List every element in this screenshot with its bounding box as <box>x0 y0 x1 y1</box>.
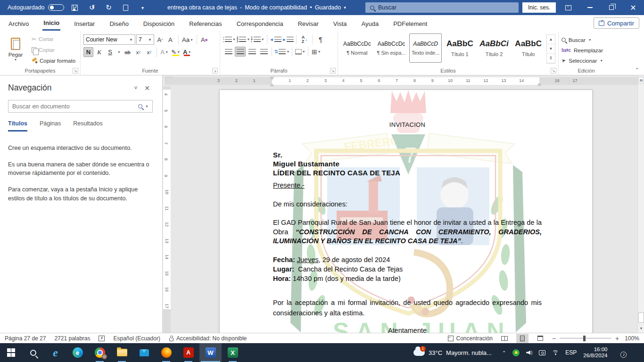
highlight-button[interactable]: ✎▼ <box>170 47 181 57</box>
align-center-button[interactable] <box>235 47 246 57</box>
taskbar-search-button[interactable] <box>22 343 44 362</box>
chevron-down-icon[interactable]: ▾ <box>344 5 346 10</box>
scroll-down-button[interactable]: ▼ <box>638 325 644 332</box>
nav-tab-resultados[interactable]: Resultados <box>73 120 103 132</box>
saved-state-label[interactable]: Guardado <box>315 4 341 11</box>
web-layout-button[interactable] <box>534 334 546 343</box>
cut-button[interactable]: ✂Cortar <box>30 34 77 44</box>
styles-scroll-up-button[interactable]: ▲ <box>547 35 555 44</box>
chevron-down-icon[interactable]: ▼ <box>145 105 149 108</box>
tab-ayuda[interactable]: Ayuda <box>360 16 380 30</box>
shading-button[interactable]: ▼ <box>295 47 305 57</box>
italic-button[interactable]: K <box>94 47 104 57</box>
zoom-out-button[interactable]: − <box>552 335 556 342</box>
justify-button[interactable] <box>258 47 269 57</box>
line-spacing-button[interactable]: ⇅▼ <box>274 47 289 57</box>
tab-vista[interactable]: Vista <box>332 16 348 30</box>
doc-event-details[interactable]: Fecha: Jueves, 29 de agosto del 2024 Lug… <box>273 255 542 283</box>
format-painter-button[interactable]: Copiar formato <box>30 56 77 66</box>
accessibility-status[interactable]: Accesibilidad: No disponible <box>169 335 247 342</box>
sort-button[interactable]: AZ↓ <box>299 34 310 44</box>
tab-revisar[interactable]: Revisar <box>297 16 320 30</box>
zoom-slider[interactable] <box>560 338 611 339</box>
sign-in-button[interactable]: Inic. ses. <box>522 2 556 13</box>
volume-icon[interactable]: ) <box>526 351 532 355</box>
increase-indent-button[interactable]: ► <box>282 34 294 44</box>
doc-invitation-paragraph[interactable]: El GAD Parroquial Rural de San Juan tien… <box>273 218 542 246</box>
tab-referencias[interactable]: Referencias <box>188 16 223 30</box>
doc-recipient[interactable]: Sr. Miguel Bustamante LÍDER DEL RECINTO … <box>273 150 542 177</box>
nav-tab-paginas[interactable]: Páginas <box>40 120 61 132</box>
styles-gallery-expand-button[interactable]: ⊽ <box>547 54 555 63</box>
zoom-in-button[interactable]: + <box>615 335 619 342</box>
autosave-switch[interactable] <box>48 4 64 11</box>
internet-explorer-button[interactable]: e <box>44 343 66 362</box>
acrobat-button[interactable]: A <box>177 343 199 362</box>
paste-button[interactable]: Pegar ▾ <box>3 33 28 66</box>
language-indicator[interactable]: Español (Ecuador) <box>113 335 160 342</box>
tab-disposicion[interactable]: Disposición <box>142 16 175 30</box>
vertical-scrollbar[interactable]: ▤ ▼ <box>637 75 644 333</box>
tab-diseno[interactable]: Diseño <box>108 16 129 30</box>
grow-font-button[interactable]: A^ <box>155 35 165 45</box>
replace-button[interactable]: b⇄cReemplazar <box>561 46 611 55</box>
redo-button[interactable]: ↻ <box>103 2 115 13</box>
subscript-button[interactable]: x2 <box>133 47 143 57</box>
underline-button[interactable]: S <box>105 47 115 57</box>
text-effects-button[interactable]: A▼ <box>159 47 169 57</box>
styles-dialog-launcher[interactable]: ↘ <box>551 68 556 74</box>
hanging-indent-marker[interactable] <box>270 81 274 86</box>
autosave-toggle[interactable]: Autoguardado <box>8 4 64 11</box>
underline-options-button[interactable]: ▼ <box>116 47 122 57</box>
style-titulo-1[interactable]: AaBbC Título 1 <box>444 33 476 63</box>
font-dialog-launcher[interactable]: ↘ <box>212 68 218 74</box>
mail-button[interactable] <box>133 343 155 362</box>
navigation-search-input[interactable] <box>12 103 135 110</box>
share-button[interactable]: Compartir <box>594 17 639 29</box>
wifi-icon[interactable] <box>552 350 559 355</box>
doc-closing-paragraph[interactable]: Por la aceptación a mi formal invitación… <box>273 297 542 318</box>
style-normal[interactable]: AaBbCcDc ¶ Normal <box>341 33 373 63</box>
page-indicator[interactable]: Página 27 de 27 <box>5 335 46 342</box>
new-document-button[interactable] <box>120 2 132 13</box>
zoom-slider-thumb[interactable] <box>583 336 586 341</box>
excel-button[interactable]: X <box>222 343 244 362</box>
find-button[interactable]: Buscar▼ <box>561 35 611 44</box>
clock[interactable]: 16:00 26/8/2024 <box>583 346 607 359</box>
change-case-button[interactable]: Aa▼ <box>181 35 194 45</box>
copy-button[interactable]: Copiar <box>30 45 77 55</box>
undo-button[interactable]: ↺▾ <box>86 2 98 13</box>
doc-heading[interactable]: INVITACION <box>273 121 542 128</box>
bold-button[interactable]: N <box>83 47 93 57</box>
numbering-button[interactable]: 1 2 3▼ <box>237 34 250 44</box>
borders-button[interactable]: ⊞▼ <box>311 47 322 57</box>
firefox-button[interactable] <box>155 343 177 362</box>
file-explorer-button[interactable] <box>111 343 133 362</box>
ribbon-display-options-button[interactable] <box>557 0 579 15</box>
tab-inicio[interactable]: Inicio <box>42 16 60 31</box>
antivirus-icon[interactable] <box>512 349 520 356</box>
multilevel-list-button[interactable]: 1 a i▼ <box>251 34 264 44</box>
clear-formatting-button[interactable]: A◆ <box>199 35 209 45</box>
read-mode-button[interactable] <box>498 334 511 343</box>
keyboard-language[interactable]: ESP <box>565 349 577 356</box>
tab-archivo[interactable]: Archivo <box>8 16 30 30</box>
chrome-button[interactable]: G <box>89 343 111 362</box>
word-count[interactable]: 2721 palabras <box>54 335 90 342</box>
right-indent-marker[interactable] <box>537 80 542 86</box>
align-right-button[interactable] <box>247 47 257 57</box>
font-color-button[interactable]: A▼ <box>182 47 192 57</box>
doc-salutation[interactable]: De mis consideraciones: <box>273 200 542 208</box>
decrease-indent-button[interactable]: ◄ <box>270 34 281 44</box>
weather-widget[interactable]: 1 33°C Mayorm. nubla... <box>413 349 492 356</box>
search-box[interactable]: Buscar <box>365 2 519 13</box>
shrink-font-button[interactable]: Aˇ <box>166 35 176 45</box>
zoom-level[interactable]: 100% <box>625 335 639 342</box>
tab-insertar[interactable]: Insertar <box>73 16 96 30</box>
close-navigation-button[interactable]: ✕ <box>141 84 153 92</box>
strikethrough-button[interactable]: ab <box>123 47 132 57</box>
collapse-ribbon-button[interactable]: ⌃ <box>635 67 639 73</box>
focus-mode-button[interactable]: Concentración <box>448 335 493 342</box>
show-paragraph-marks-button[interactable]: ¶ <box>315 34 326 44</box>
horizontal-ruler[interactable]: 32112345678910111213141617 <box>166 77 637 85</box>
